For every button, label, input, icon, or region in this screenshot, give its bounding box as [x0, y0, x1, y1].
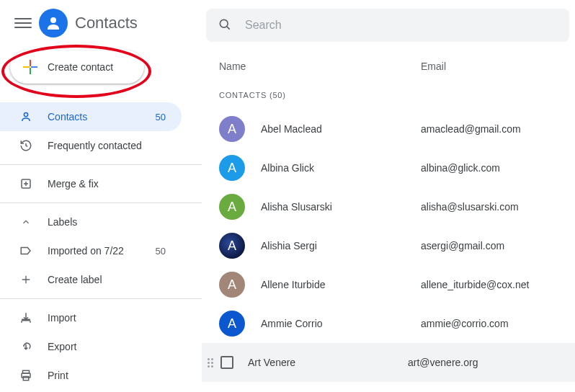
avatar: A — [219, 311, 245, 337]
sidebar-item-label: Export — [48, 341, 76, 352]
contact-email: allene_iturbide@cox.net — [421, 279, 575, 290]
label-count: 50 — [156, 246, 166, 257]
plus-icon — [19, 272, 33, 287]
contact-row[interactable]: AAbel Macleadamaclead@gmail.com — [202, 110, 575, 148]
sidebar: Contacts Create contact Contacts 50 Freq… — [0, 0, 202, 392]
svg-point-6 — [220, 19, 228, 27]
label-icon — [19, 244, 33, 258]
sidebar-item-label: Imported on 7/22 — [48, 245, 124, 257]
contact-row[interactable]: AAlbina Glickalbina@glick.com — [202, 148, 575, 187]
contacts-count: 50 — [156, 112, 166, 122]
app-title: Contacts — [75, 14, 138, 32]
divider — [0, 202, 202, 203]
merge-icon — [19, 177, 33, 191]
contact-row[interactable]: Art Venereart@venere.org — [202, 343, 575, 382]
sidebar-item-merge[interactable]: Merge & fix — [0, 169, 182, 198]
contact-name: Alishia Sergi — [261, 240, 421, 251]
avatar: A — [219, 155, 245, 181]
sidebar-section-label: Labels — [48, 216, 77, 228]
contacts-group-label: CONTACTS (50) — [202, 85, 575, 110]
table-header: Name Email — [202, 42, 575, 85]
contact-name: Alisha Slusarski — [261, 201, 421, 213]
sidebar-item-create-label[interactable]: Create label — [0, 265, 182, 294]
sidebar-item-label: Print — [48, 370, 68, 381]
avatar: A — [219, 194, 245, 220]
sidebar-label-item[interactable]: Imported on 7/22 50 — [0, 236, 182, 265]
svg-point-0 — [50, 17, 56, 23]
import-icon — [19, 311, 33, 325]
contact-row[interactable]: AAlisha Slusarskialisha@slusarski.com — [202, 187, 575, 226]
contact-email: albina@glick.com — [421, 162, 575, 174]
row-checkbox[interactable] — [220, 356, 233, 369]
app-logo — [39, 9, 68, 37]
search-bar[interactable] — [206, 9, 569, 42]
create-contact-button[interactable]: Create contact — [10, 50, 144, 84]
main-panel: Name Email CONTACTS (50) AAbel Macleadam… — [202, 0, 575, 392]
column-header-name: Name — [219, 61, 421, 72]
sidebar-item-contacts[interactable]: Contacts 50 — [0, 102, 182, 131]
search-icon — [218, 17, 232, 34]
plus-multicolor-icon — [23, 60, 37, 74]
avatar: A — [219, 116, 245, 142]
sidebar-item-label: Import — [48, 312, 76, 324]
contact-name: Albina Glick — [261, 162, 421, 174]
svg-point-1 — [24, 112, 27, 116]
contact-name: Abel Maclead — [261, 123, 421, 135]
sidebar-item-label: Contacts — [48, 111, 87, 122]
contacts-list: AAbel Macleadamaclead@gmail.comAAlbina G… — [202, 110, 575, 382]
divider — [0, 298, 202, 299]
sidebar-item-label: Frequently contacted — [48, 140, 142, 151]
contact-row[interactable]: AAllene Iturbideallene_iturbide@cox.net — [202, 265, 575, 304]
contact-row[interactable]: AAlishia Sergiasergi@gmail.com — [202, 226, 575, 265]
sidebar-item-import[interactable]: Import — [0, 303, 182, 332]
person-icon — [19, 110, 33, 124]
contact-row[interactable]: AAmmie Corrioammie@corrio.com — [202, 304, 575, 343]
sidebar-item-frequently[interactable]: Frequently contacted — [0, 131, 182, 160]
drag-handle-icon[interactable] — [208, 358, 218, 368]
contact-name: Art Venere — [248, 357, 408, 368]
sidebar-item-label: Merge & fix — [48, 178, 99, 190]
chevron-up-icon — [19, 215, 33, 229]
contact-email: alisha@slusarski.com — [421, 201, 575, 213]
contact-email: art@venere.org — [408, 357, 575, 368]
search-input[interactable] — [245, 19, 558, 32]
sidebar-item-print[interactable]: Print — [0, 361, 182, 390]
contact-email: amaclead@gmail.com — [421, 123, 575, 135]
avatar: A — [219, 233, 245, 259]
column-header-email: Email — [421, 61, 575, 72]
sidebar-labels-accordion[interactable]: Labels — [0, 208, 182, 236]
divider — [0, 164, 202, 165]
sidebar-item-label: Create label — [48, 274, 102, 285]
avatar: A — [219, 272, 245, 298]
contact-name: Allene Iturbide — [261, 279, 421, 290]
contact-email: ammie@corrio.com — [421, 318, 575, 329]
export-icon — [19, 339, 33, 354]
contact-name: Ammie Corrio — [261, 318, 421, 329]
main-menu-icon[interactable] — [14, 14, 32, 32]
history-icon — [19, 138, 33, 153]
print-icon — [19, 368, 33, 383]
create-contact-label: Create contact — [48, 61, 113, 73]
sidebar-item-export[interactable]: Export — [0, 332, 182, 361]
contact-email: asergi@gmail.com — [421, 240, 575, 251]
